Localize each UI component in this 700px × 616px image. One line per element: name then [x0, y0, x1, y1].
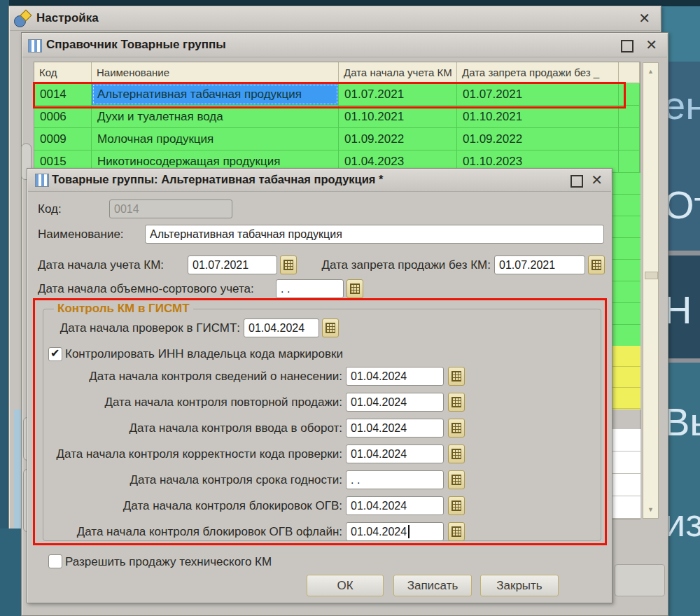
maximize-icon[interactable]: [621, 40, 634, 52]
maximize-icon[interactable]: [570, 175, 583, 188]
background-panel-1: ен От: [664, 62, 700, 251]
close-icon[interactable]: ✕: [645, 36, 657, 53]
volume-date-field[interactable]: . .: [276, 279, 344, 298]
ok-button[interactable]: ОК: [307, 575, 384, 596]
name-field[interactable]: Альтернативная табачная продукция: [145, 225, 604, 244]
scroll-down-icon[interactable]: ▼: [643, 501, 658, 518]
table-row[interactable]: 0006 Духи и туалетная вода 01.10.2021 01…: [34, 106, 640, 128]
calendar-icon[interactable]: [346, 279, 363, 298]
window-directory-title: Справочник Товарные группы: [46, 38, 226, 52]
tech-km-label: Разрешить продажу технического КМ: [65, 552, 272, 571]
cell-date-start[interactable]: 01.10.2021: [339, 106, 457, 128]
column-header-date-start[interactable]: Дата начала учета КМ: [339, 62, 457, 83]
table-rows-continuation-white: [612, 429, 640, 519]
table-rows-continuation-yellow: [612, 346, 640, 410]
window-directory-titlebar[interactable]: Справочник Товарные группы ✕: [22, 34, 667, 57]
cell-date-ban[interactable]: 01.09.2022: [457, 128, 619, 150]
volume-date-label: Дата начала объемно-сортового учета:: [38, 279, 254, 298]
background-form-strip: [14, 410, 21, 530]
code-label: Код:: [38, 200, 62, 218]
column-header-code[interactable]: Код: [34, 62, 92, 83]
table-rows-continuation-green: [612, 173, 640, 346]
table-row[interactable]: 0009 Молочная продукция 01.09.2022 01.09…: [34, 128, 640, 150]
cell-code[interactable]: 0006: [34, 106, 92, 128]
dialog-title: Товарные группы: Альтернативная табачная…: [52, 173, 384, 186]
directory-icon: [28, 39, 42, 52]
table-header-row: Код Наименование Дата начала учета КМ Да…: [34, 62, 640, 83]
code-field: 0014: [109, 200, 232, 218]
cell-code[interactable]: 0009: [34, 128, 92, 150]
cell-date-start[interactable]: 01.09.2022: [339, 128, 457, 150]
scrollbar-thumb[interactable]: [645, 272, 658, 279]
background-text-fragment: ен: [664, 83, 700, 128]
background-panel-3: Вы из: [664, 363, 700, 616]
save-button[interactable]: Записать: [393, 575, 472, 596]
background-text-fragment: Вы: [664, 399, 700, 444]
cell-name[interactable]: Духи и туалетная вода: [92, 106, 339, 128]
calendar-icon[interactable]: [588, 255, 605, 274]
date-start-field[interactable]: 01.07.2021: [188, 255, 277, 274]
window-settings-titlebar[interactable]: Настройка ✕: [10, 7, 660, 31]
date-ban-label: Дата запрета продажи без КМ:: [293, 255, 491, 274]
cell-filler: [619, 128, 640, 150]
tech-km-checkbox[interactable]: [48, 554, 62, 568]
cell-filler: [619, 150, 640, 173]
column-header-date-ban[interactable]: Дата запрета продажи без _: [457, 62, 619, 83]
close-icon[interactable]: ✕: [591, 172, 603, 188]
table-scrollbar[interactable]: ▲ ▼: [643, 62, 659, 519]
settings-window-icon: [14, 10, 31, 27]
name-label: Наименование:: [38, 225, 124, 244]
date-start-label: Дата начала учета КМ:: [38, 255, 164, 274]
column-header-name[interactable]: Наименование: [92, 62, 339, 83]
background-panel-2: Н: [664, 255, 700, 358]
dialog-titlebar[interactable]: Товарные группы: Альтернативная табачная…: [28, 169, 611, 192]
background-text-fragment: От: [664, 182, 700, 227]
scroll-up-icon[interactable]: ▲: [643, 63, 658, 80]
cell-filler: [619, 106, 640, 128]
annotation-rect-group: [33, 298, 607, 545]
cell-date-ban[interactable]: 01.10.2021: [457, 106, 619, 128]
annotation-rect-row: [33, 82, 626, 108]
cell-name[interactable]: Молочная продукция: [92, 128, 339, 150]
dialog-icon: [35, 174, 49, 187]
window-settings-title: Настройка: [36, 11, 99, 25]
hidden-button-behind-dialog[interactable]: [615, 564, 665, 596]
column-header-filler: [619, 62, 640, 83]
close-button[interactable]: Закрыть: [480, 575, 559, 596]
date-ban-field[interactable]: 01.07.2021: [494, 255, 585, 274]
background-divider: [664, 251, 700, 255]
background-text-fragment: из: [664, 500, 700, 545]
close-icon[interactable]: ✕: [638, 10, 650, 27]
background-lower-left: [0, 528, 21, 616]
